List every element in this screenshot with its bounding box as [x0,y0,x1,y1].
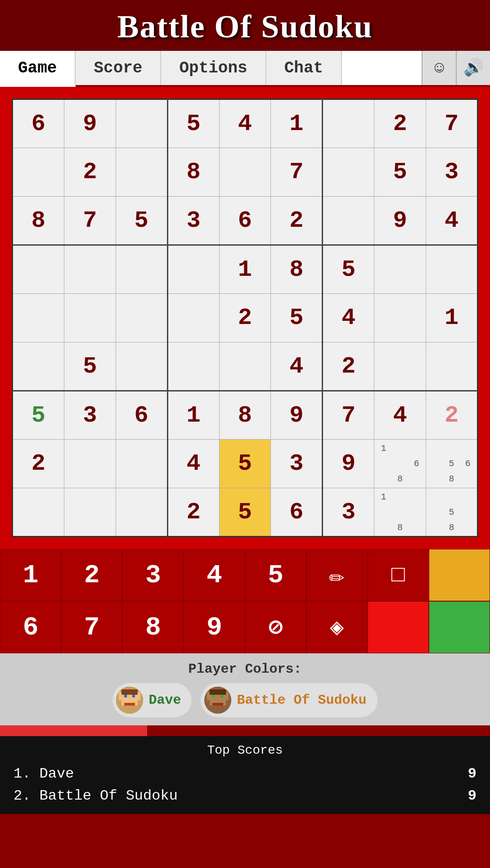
cell-7-3[interactable]: 4 [167,440,219,488]
cell-7-7[interactable]: 168 [374,440,426,488]
num-6-btn[interactable]: 6 [0,601,61,653]
num-8-btn[interactable]: 8 [122,601,184,653]
num-5-btn[interactable]: 5 [245,549,306,601]
player-chip-dave[interactable]: Dave [112,683,192,717]
num-9-btn[interactable]: 9 [184,601,245,653]
num-3-btn[interactable]: 3 [122,549,184,601]
cell-2-0[interactable]: 8 [13,197,64,245]
cell-3-3[interactable] [167,245,219,294]
cell-7-5[interactable]: 3 [271,440,323,488]
cell-8-6[interactable]: 3 [323,488,374,537]
cell-7-0[interactable]: 2 [13,440,64,488]
cell-5-2[interactable] [116,342,167,391]
cell-1-6[interactable] [323,148,374,197]
cell-3-2[interactable] [116,245,167,294]
cell-5-3[interactable] [167,342,219,391]
cell-4-5[interactable]: 5 [271,294,323,342]
cell-8-2[interactable] [116,488,167,537]
cell-1-4[interactable] [219,148,271,197]
color-green-btn[interactable] [429,601,490,653]
no-btn[interactable]: ⊘ [245,601,306,653]
cell-6-4[interactable]: 8 [219,391,271,440]
cell-4-7[interactable] [374,294,426,342]
cell-3-0[interactable] [13,245,64,294]
cell-6-7[interactable]: 4 [374,391,426,440]
tab-game[interactable]: Game [0,51,76,87]
cell-6-2[interactable]: 6 [116,391,167,440]
erase-btn[interactable]: □ [368,549,429,601]
cell-1-7[interactable]: 5 [374,148,426,197]
cell-4-8[interactable]: 1 [426,294,478,342]
cell-0-6[interactable] [323,99,374,148]
cell-0-3[interactable]: 5 [167,99,219,148]
cell-4-3[interactable] [167,294,219,342]
fill-btn[interactable]: ◈ [306,601,368,653]
tab-options[interactable]: Options [161,51,266,85]
cell-5-7[interactable] [374,342,426,391]
color-black-btn[interactable] [368,601,429,653]
cell-0-0[interactable]: 6 [13,99,64,148]
cell-8-8[interactable]: 58 [426,488,478,537]
cell-6-5[interactable]: 9 [271,391,323,440]
tab-score[interactable]: Score [76,51,161,85]
cell-8-1[interactable] [64,488,116,537]
cell-7-8[interactable]: 568 [426,440,478,488]
cell-1-1[interactable]: 2 [64,148,116,197]
cell-7-6[interactable]: 9 [323,440,374,488]
num-1-btn[interactable]: 1 [0,549,61,601]
cell-6-1[interactable]: 3 [64,391,116,440]
cell-0-2[interactable] [116,99,167,148]
cell-3-8[interactable] [426,245,478,294]
cell-8-3[interactable]: 2 [167,488,219,537]
color-yellow-btn[interactable] [429,549,490,601]
cell-1-3[interactable]: 8 [167,148,219,197]
player-chip-bot[interactable]: Battle Of Sudoku [201,683,377,717]
cell-7-2[interactable] [116,440,167,488]
cell-2-8[interactable]: 4 [426,197,478,245]
sound-icon[interactable]: 🔊 [456,51,490,85]
cell-8-0[interactable] [13,488,64,537]
cell-2-3[interactable]: 3 [167,197,219,245]
cell-7-4[interactable]: 5 [219,440,271,488]
cell-8-7[interactable]: 18 [374,488,426,537]
cell-5-6[interactable]: 2 [323,342,374,391]
cell-5-5[interactable]: 4 [271,342,323,391]
cell-5-8[interactable] [426,342,478,391]
num-4-btn[interactable]: 4 [184,549,245,601]
cell-0-8[interactable]: 7 [426,99,478,148]
cell-0-1[interactable]: 9 [64,99,116,148]
cell-0-7[interactable]: 2 [374,99,426,148]
cell-2-7[interactable]: 9 [374,197,426,245]
cell-8-4[interactable]: 5 [219,488,271,537]
cell-6-3[interactable]: 1 [167,391,219,440]
cell-6-0[interactable]: 5 [13,391,64,440]
cell-6-6[interactable]: 7 [323,391,374,440]
cell-1-0[interactable] [13,148,64,197]
cell-0-4[interactable]: 4 [219,99,271,148]
cell-3-6[interactable]: 5 [323,245,374,294]
cell-0-5[interactable]: 1 [271,99,323,148]
cell-1-2[interactable] [116,148,167,197]
cell-2-1[interactable]: 7 [64,197,116,245]
emoji-icon[interactable]: ☺ [422,51,456,85]
cell-2-6[interactable] [323,197,374,245]
cell-4-4[interactable]: 2 [219,294,271,342]
num-2-btn[interactable]: 2 [61,549,122,601]
cell-4-1[interactable] [64,294,116,342]
cell-4-0[interactable] [13,294,64,342]
cell-7-1[interactable] [64,440,116,488]
cell-2-2[interactable]: 5 [116,197,167,245]
cell-6-8[interactable]: 2 [426,391,478,440]
cell-1-5[interactable]: 7 [271,148,323,197]
cell-8-5[interactable]: 6 [271,488,323,537]
cell-5-1[interactable]: 5 [64,342,116,391]
pencil-btn[interactable]: ✏ [306,549,368,601]
cell-3-4[interactable]: 1 [219,245,271,294]
tab-chat[interactable]: Chat [266,51,342,85]
cell-5-4[interactable] [219,342,271,391]
cell-4-2[interactable] [116,294,167,342]
cell-1-8[interactable]: 3 [426,148,478,197]
cell-2-5[interactable]: 2 [271,197,323,245]
num-7-btn[interactable]: 7 [61,601,122,653]
cell-3-1[interactable] [64,245,116,294]
